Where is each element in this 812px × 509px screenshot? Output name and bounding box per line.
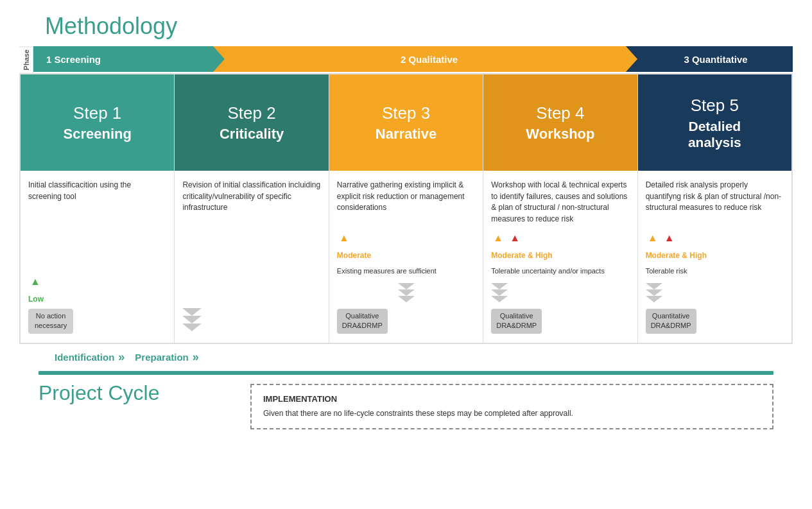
phase-quantitative: 3 Quantitative xyxy=(626,46,793,72)
project-cycle-row: Project Cycle IMPLEMENTATION Given that … xyxy=(19,381,793,429)
step2-description: Revision of initial classification inclu… xyxy=(182,180,320,297)
step3-dra-box: QualitativeDRA&DRMP xyxy=(337,309,388,334)
step5-description: Detailed risk analysis properly quantify… xyxy=(646,180,784,225)
steps-grid: Step 1 Screening Initial classificacitio… xyxy=(21,74,791,342)
svg-marker-9 xyxy=(646,283,662,289)
step4-dra-box: QualitativeDRA&DRMP xyxy=(491,309,542,334)
step5-name: Detaliedanalysis xyxy=(688,118,741,150)
step5-dra-box: QuantitativeDRA&DRMP xyxy=(646,309,696,334)
identification-label: Identification xyxy=(55,352,114,363)
step3-warning-icons: ▲ xyxy=(337,231,351,245)
page: Methodology Phase 1 Screening 2 Qualitat… xyxy=(0,0,812,442)
step3-header: Step 3 Narrative xyxy=(329,74,483,171)
svg-marker-5 xyxy=(398,296,415,302)
phase-screening-label: 1 Screening xyxy=(46,54,101,65)
preparation-label: Preparation xyxy=(135,352,188,363)
svg-marker-1 xyxy=(182,316,202,324)
step1-number: Step 1 xyxy=(73,103,121,123)
step1-body: Initial classificacition using the scree… xyxy=(21,171,174,342)
step5-chevrons xyxy=(646,283,662,302)
svg-marker-11 xyxy=(646,296,662,302)
step2-number: Step 2 xyxy=(228,103,276,123)
step1-header: Step 1 Screening xyxy=(21,74,174,171)
phase-label: Phase xyxy=(19,46,33,73)
chevron-double-2: » xyxy=(193,350,199,364)
step3-name: Narrative xyxy=(376,126,436,142)
step3-risk-desc: Existing measures are sufficient xyxy=(337,266,436,275)
step5-bottom: ▲ ▲ Moderate & High Tolerable risk xyxy=(646,231,784,334)
step2-name: Criticality xyxy=(220,126,284,142)
step2-chevrons xyxy=(182,308,202,331)
chevrons-icon-5 xyxy=(646,283,662,302)
svg-marker-4 xyxy=(398,289,415,296)
step1-bottom: ▲ Low No actionnecessary xyxy=(28,275,166,334)
step5-risk-desc: Tolerable risk xyxy=(646,266,687,275)
svg-marker-0 xyxy=(182,308,202,316)
step5-risk-label: Moderate & High xyxy=(646,250,707,261)
phases-container: 1 Screening 2 Qualitative 3 Quantitative xyxy=(33,46,793,72)
step3-col: Step 3 Narrative Narrative gathering exi… xyxy=(329,74,483,342)
step4-chevrons xyxy=(491,283,508,302)
step4-warn-icon-red: ▲ xyxy=(508,231,522,245)
implementation-box: IMPLEMENTATION Given that there are no l… xyxy=(250,384,773,429)
step2-header: Step 2 Criticality xyxy=(175,74,328,171)
step3-body: Narrative gathering existing implicit & … xyxy=(329,171,483,342)
divider-bar xyxy=(39,371,773,375)
step2-bottom xyxy=(182,304,320,334)
svg-marker-6 xyxy=(491,283,508,289)
chevrons-icon-4 xyxy=(491,283,508,302)
step1-description: Initial classificacition using the scree… xyxy=(28,180,166,268)
step5-number: Step 5 xyxy=(691,96,739,116)
step4-bottom: ▲ ▲ Moderate & High Tolerable uncertaint… xyxy=(491,231,629,334)
step4-description: Workshop with local & technical experts … xyxy=(491,180,629,225)
phase-qualitative-label: 2 Qualitative xyxy=(401,54,458,65)
step4-warning-icons: ▲ ▲ xyxy=(491,231,522,245)
step2-col: Step 2 Criticality Revision of initial c… xyxy=(175,74,329,342)
svg-marker-8 xyxy=(491,296,508,302)
svg-marker-2 xyxy=(182,324,202,331)
step4-name: Workshop xyxy=(526,126,594,142)
main-title: Methodology xyxy=(19,13,793,40)
step1-warn-icon-green: ▲ xyxy=(28,275,42,289)
bottom-section: Identification » Preparation » xyxy=(19,344,793,367)
step3-description: Narrative gathering existing implicit & … xyxy=(337,180,475,225)
step3-bottom: ▲ Moderate Existing measures are suffici… xyxy=(337,231,475,334)
step4-warn-icon-orange: ▲ xyxy=(491,231,505,245)
implementation-text: Given that there are no life-cycle const… xyxy=(263,408,761,419)
phase-screening: 1 Screening xyxy=(33,46,213,72)
step5-warn-icon-orange: ▲ xyxy=(646,231,660,245)
step4-col: Step 4 Workshop Workshop with local & te… xyxy=(483,74,637,342)
chevron-double-1: » xyxy=(118,350,125,364)
step4-risk-label: Moderate & High xyxy=(491,250,552,261)
step3-number: Step 3 xyxy=(382,103,430,123)
step4-number: Step 4 xyxy=(536,103,584,123)
step3-chevrons xyxy=(337,283,475,302)
step4-header: Step 4 Workshop xyxy=(483,74,637,171)
step5-warning-icons: ▲ ▲ xyxy=(646,231,677,245)
step5-header: Step 5 Detaliedanalysis xyxy=(638,74,791,171)
phase-qualitative: 2 Qualitative xyxy=(213,46,626,72)
step1-risk-label: Low xyxy=(28,294,44,305)
step1-col: Step 1 Screening Initial classificacitio… xyxy=(21,74,175,342)
svg-marker-3 xyxy=(398,283,415,289)
chevrons-icon xyxy=(182,308,202,331)
step5-col: Step 5 Detaliedanalysis Detailed risk an… xyxy=(638,74,791,342)
step2-body: Revision of initial classification inclu… xyxy=(175,171,328,342)
step1-warning-icons: ▲ xyxy=(28,275,42,289)
step1-action-box: No actionnecessary xyxy=(28,309,73,334)
step4-risk-desc: Tolerable uncertainty and/or impacts xyxy=(491,266,605,275)
phase-row: Phase 1 Screening 2 Qualitative 3 Quanti… xyxy=(19,46,793,73)
steps-outer: Step 1 Screening Initial classificacitio… xyxy=(19,73,793,343)
project-cycle-title: Project Cycle xyxy=(39,381,231,405)
svg-marker-7 xyxy=(491,289,508,296)
implementation-title: IMPLEMENTATION xyxy=(263,394,761,404)
step3-risk-label: Moderate xyxy=(337,250,371,261)
phase-quantitative-label: 3 Quantitative xyxy=(684,54,747,65)
step4-body: Workshop with local & technical experts … xyxy=(483,171,637,342)
step5-body: Detailed risk analysis properly quantify… xyxy=(638,171,791,342)
step5-warn-icon-red: ▲ xyxy=(662,231,677,245)
svg-marker-10 xyxy=(646,289,662,296)
step3-warn-icon-orange: ▲ xyxy=(337,231,351,245)
step1-name: Screening xyxy=(64,126,132,142)
chevrons-icon-3 xyxy=(398,283,415,302)
